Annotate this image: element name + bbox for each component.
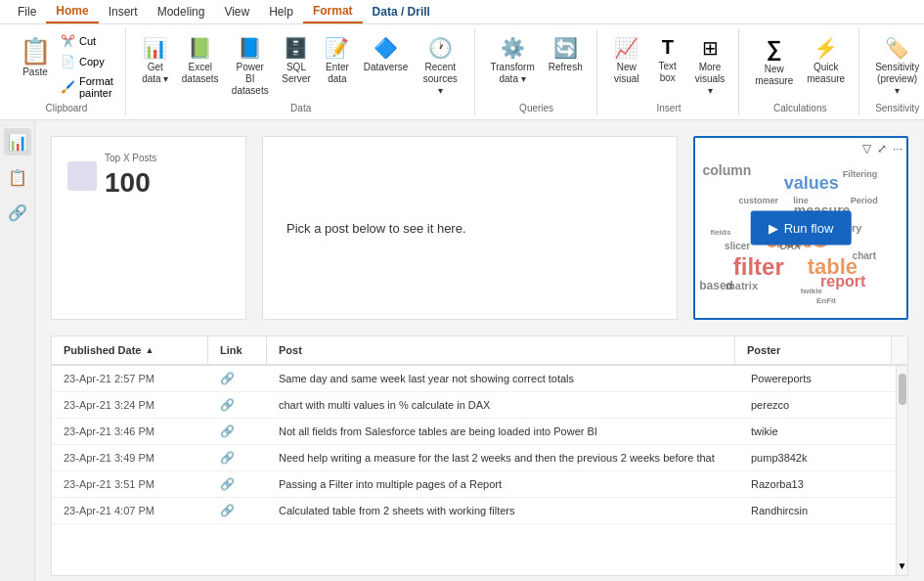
run-flow-button[interactable]: ▶ Run flow [751,211,852,246]
link-icon: 🔗 [220,477,235,491]
table-row[interactable]: 23-Apr-21 3:51 PM 🔗 Passing a Filter int… [52,471,896,498]
tab-insert[interactable]: Insert [99,1,148,22]
text-box-icon: T [662,36,674,59]
table-row[interactable]: 23-Apr-21 2:57 PM 🔗 Same day and same we… [52,366,896,392]
copy-icon: 📄 [61,55,75,68]
more-visuals-button[interactable]: ⊞ Morevisuals ▾ [689,32,731,101]
more-visuals-icon: ⊞ [702,36,719,60]
tab-view[interactable]: View [214,1,259,22]
scroll-down-button[interactable]: ▼ [894,557,907,575]
excel-icon: 📗 [188,36,212,60]
sql-server-button[interactable]: 🗄️ SQLServer [277,32,316,89]
refresh-label: Refresh [549,62,583,73]
ribbon-group-calculations: ∑ Newmeasure ⚡ Quickmeasure Calculations [741,28,859,115]
new-visual-button[interactable]: 📈 Newvisual [607,32,646,89]
col-poster[interactable]: Poster [735,336,892,364]
enter-data-label: Enterdata [326,62,349,85]
refresh-button[interactable]: 🔄 Refresh [543,32,589,77]
tab-modeling[interactable]: Modeling [148,1,215,22]
tab-help[interactable]: Help [259,1,303,22]
format-painter-button[interactable]: 🖌️ Format painter [57,73,117,101]
word-cloud-word: slicer [725,241,750,251]
format-painter-icon: 🖌️ [61,80,75,94]
word-cloud-word: Period [851,196,878,205]
post-preview-card: Pick a post below to see it here. [262,136,678,320]
dataverse-button[interactable]: 🔷 Dataverse [359,32,413,77]
tab-file[interactable]: File [8,1,46,22]
quick-measure-button[interactable]: ⚡ Quickmeasure [801,32,851,89]
link-icon: 🔗 [220,398,235,412]
col-link[interactable]: Link [208,336,267,364]
scroll-header-space [892,336,907,364]
more-visuals-label: Morevisuals ▾ [695,62,726,97]
more-options-icon[interactable]: ··· [893,142,902,156]
get-data-icon: 📊 [143,36,167,60]
sidebar-model-icon[interactable]: 🔗 [4,199,31,226]
transform-data-button[interactable]: ⚙️ Transformdata ▾ [485,32,541,89]
insert-group-label: Insert [607,103,731,113]
cell-link[interactable]: 🔗 [208,498,267,523]
tab-format[interactable]: Format [303,0,363,23]
cell-link[interactable]: 🔗 [208,392,267,418]
excel-button[interactable]: 📗 Exceldatasets [177,32,224,89]
filter-icon[interactable]: ▽ [862,142,871,156]
get-data-button[interactable]: 📊 Getdata ▾ [136,32,175,89]
power-bi-label: Power BIdatasets [232,62,269,97]
cell-link[interactable]: 🔗 [208,445,267,470]
widget-area: Top X Posts 100 Pick a post below to see… [35,120,924,335]
sidebar-table-icon[interactable]: 📋 [4,163,31,191]
new-measure-button[interactable]: ∑ Newmeasure [749,32,799,91]
table-body-wrapper[interactable]: 23-Apr-21 2:57 PM 🔗 Same day and same we… [52,366,907,575]
main-area: 📊 📋 🔗 Top X Posts 100 Pick a post below … [0,120,924,581]
col-published-date[interactable]: Published Date ▲ [52,336,208,364]
table-body: 23-Apr-21 2:57 PM 🔗 Same day and same we… [52,366,896,575]
table-row[interactable]: 23-Apr-21 4:07 PM 🔗 Calculated table fro… [52,498,896,524]
cut-button[interactable]: ✂️ Cut [57,32,117,50]
cell-link[interactable]: 🔗 [208,366,267,391]
text-box-button[interactable]: T Textbox [648,32,687,88]
col-post[interactable]: Post [267,336,735,364]
sensitivity-button[interactable]: 🏷️ Sensitivity(preview) ▾ [869,32,924,101]
table-row[interactable]: 23-Apr-21 3:24 PM 🔗 chart with multi val… [52,392,896,419]
ribbon-content: 📋 Paste ✂️ Cut 📄 Copy 🖌️ Format painter [0,24,924,119]
transform-label: Transformdata ▾ [491,62,535,85]
tab-data-drill[interactable]: Data / Drill [363,1,440,22]
recent-sources-label: Recentsources ▾ [420,62,460,97]
word-cloud-word: column [703,162,752,178]
quick-measure-icon: ⚡ [814,36,838,60]
recent-sources-button[interactable]: 🕐 Recentsources ▾ [415,32,465,101]
paste-button[interactable]: 📋 Paste [16,32,55,81]
data-table: Published Date ▲ Link Post Poster 23-Apr… [51,335,908,576]
cell-post: Calculated table from 2 sheets with work… [267,498,739,523]
copy-button[interactable]: 📄 Copy [57,53,117,70]
scrollbar[interactable]: ▼ [896,366,907,575]
sensitivity-icon: 🏷️ [885,36,909,60]
ribbon-group-data: 📊 Getdata ▾ 📗 Exceldatasets 📘 Power BIda… [128,28,475,115]
word-cloud-word: fields [710,227,730,236]
tab-home[interactable]: Home [46,0,98,23]
cell-poster: twikie [739,419,896,444]
calculations-group-label: Calculations [749,103,851,113]
transform-icon: ⚙️ [501,36,525,60]
content-area: Top X Posts 100 Pick a post below to see… [35,120,924,581]
ribbon-group-clipboard: 📋 Paste ✂️ Cut 📄 Copy 🖌️ Format painter [8,28,126,115]
sql-icon: 🗄️ [284,36,308,60]
link-icon: 🔗 [220,372,235,385]
word-cloud-word: twikle [801,287,822,295]
word-cloud-word: filter [733,253,784,281]
card-controls: ▽ ⤢ ··· [862,142,902,156]
power-bi-button[interactable]: 📘 Power BIdatasets [226,32,275,101]
sidebar-chart-icon[interactable]: 📊 [4,128,31,156]
cut-label: Cut [79,35,96,47]
word-cloud-word: line [793,196,809,205]
new-visual-label: Newvisual [614,62,639,85]
word-cloud-card: ▽ ⤢ ··· datefiltertablevaluescolumnmeasu… [693,136,908,320]
expand-icon[interactable]: ⤢ [877,142,887,156]
cell-published: 23-Apr-21 4:07 PM [52,498,208,523]
table-row[interactable]: 23-Apr-21 3:46 PM 🔗 Not all fields from … [52,419,896,445]
table-row[interactable]: 23-Apr-21 3:49 PM 🔗 Need help writing a … [52,445,896,471]
enter-data-button[interactable]: 📝 Enterdata [318,32,357,89]
cell-link[interactable]: 🔗 [208,419,267,444]
cut-icon: ✂️ [61,34,75,48]
cell-link[interactable]: 🔗 [208,471,267,497]
